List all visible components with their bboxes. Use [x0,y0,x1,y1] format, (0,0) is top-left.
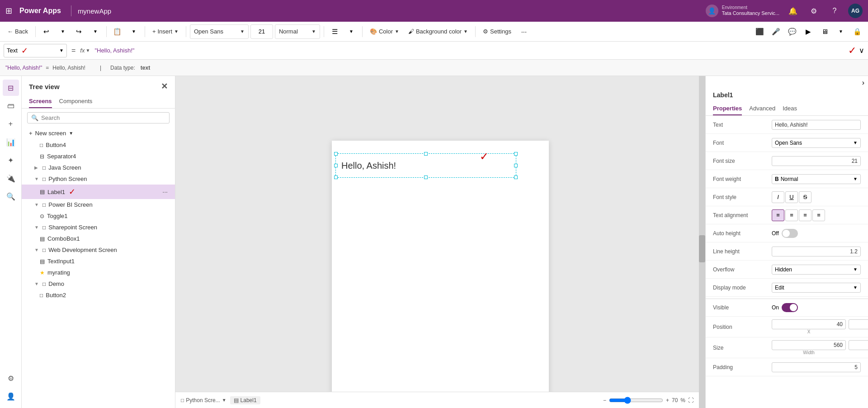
back-button[interactable]: ← Back [4,26,32,37]
size-width-input[interactable] [772,340,846,350]
canvas-area[interactable]: Hello, Ashish! ✓ □ Python Scre... [175,76,705,408]
prop-display-mode-dropdown[interactable]: Edit ▼ [772,283,861,293]
comment-icon[interactable]: 💬 [785,24,799,39]
tree-item-powerbi-screen[interactable]: ▼ □ Power BI Screen [22,199,175,210]
tab-properties[interactable]: Properties [713,102,742,115]
avatar[interactable]: AG [848,4,863,18]
zoom-plus-button[interactable]: + [666,397,669,403]
size-height-input[interactable] [849,340,868,350]
prop-font-weight-dropdown[interactable]: B Normal ▼ [772,174,861,184]
expand-canvas-button[interactable]: ⛶ [688,397,693,403]
settings-icon[interactable]: ⚙ [807,4,821,18]
panel-collapse-button[interactable]: › [706,76,868,90]
prop-overflow-value[interactable]: Hidden ▼ [772,265,861,275]
mic-icon[interactable]: 🎤 [769,24,783,39]
preview-icon[interactable]: ⬛ [752,24,767,39]
tree-item-webdev-screen[interactable]: ▼ □ Web Development Screen [22,244,175,256]
canvas-scrollbar-thumb[interactable] [699,235,705,262]
help-icon[interactable]: ? [827,4,842,18]
prop-line-height-input[interactable] [772,247,861,256]
tree-item-separator4[interactable]: ⊟ Separator4 [22,151,175,162]
bottom-label-indicator[interactable]: ▤ Label1 [230,396,260,404]
background-color-button[interactable]: 🖌 Background color ▼ [405,26,472,37]
paste-button[interactable]: 📋 [110,24,125,39]
tree-item-button4[interactable]: □ Button4 [22,139,175,151]
font-size-input[interactable]: 21 [250,24,273,39]
undo-button[interactable]: ↩ [39,24,54,39]
position-y-input[interactable] [849,319,868,329]
align-left-button[interactable]: ≡ [772,209,784,221]
prop-text-input[interactable] [772,120,861,130]
tree-item-combobox1[interactable]: ▤ ComboBox1 [22,233,175,244]
tab-screens[interactable]: Screens [29,95,52,108]
visible-toggle[interactable] [782,303,798,312]
font-underline-button[interactable]: U [785,191,798,203]
zoom-slider[interactable] [609,397,663,404]
bottom-screen-indicator[interactable]: □ Python Scre... ▼ [181,397,226,403]
sidebar-icon-user[interactable]: 👤 [3,388,19,404]
canvas-surface[interactable]: Hello, Ashish! ✓ [332,141,549,394]
formula-input[interactable]: "Hello, Ashish!" [93,47,845,54]
tree-item-java-screen[interactable]: ▶ □ Java Screen [22,162,175,173]
font-italic-button[interactable]: I [772,191,784,203]
align-right-button[interactable]: ≡ [799,209,811,221]
handle-bot-left[interactable] [334,176,338,179]
align-justify-button[interactable]: ≡ [812,209,825,221]
prop-line-height-value[interactable] [772,247,861,256]
sidebar-icon-settings[interactable]: ⚙ [3,370,19,386]
handle-mid-right[interactable] [514,164,518,167]
notifications-icon[interactable]: 🔔 [786,4,800,18]
fx-button[interactable]: fx ▼ [80,47,90,54]
undo-dropdown[interactable]: ▼ [56,24,70,39]
sidebar-icon-home[interactable]: ⊟ [3,80,19,96]
formula-collapse[interactable]: ∨ [859,46,864,55]
tab-ideas[interactable]: Ideas [783,102,797,115]
sidebar-icon-ai[interactable]: ✦ [3,152,19,168]
redo-dropdown[interactable]: ▼ [88,24,103,39]
search-input[interactable] [41,114,165,121]
more-options-button[interactable]: ··· [517,24,531,39]
tree-item-python-screen[interactable]: ▼ □ Python Screen [22,173,175,185]
monitor-dropdown[interactable]: ▼ [834,24,848,39]
handle-top-mid[interactable] [424,152,428,156]
sidebar-icon-plugin[interactable]: 🔌 [3,170,19,186]
label1-widget[interactable]: Hello, Ashish! ✓ [335,153,516,178]
element-selector[interactable]: Text ✓ ▼ [4,44,67,57]
tree-item-toggle1[interactable]: ⊙ Toggle1 [22,210,175,222]
new-screen-button[interactable]: + New screen ▼ [22,127,175,139]
prop-font-weight-value[interactable]: B Normal ▼ [772,174,861,184]
prop-overflow-dropdown[interactable]: Hidden ▼ [772,265,861,275]
tree-item-myrating[interactable]: ★ myrating [22,267,175,278]
prop-font-value[interactable]: Open Sans ▼ [772,138,861,148]
sidebar-icon-insert[interactable]: + [3,116,19,132]
auto-height-toggle[interactable] [782,229,798,238]
font-weight-dropdown[interactable]: Normal ▼ [275,24,320,39]
collapse-icon[interactable]: › [862,79,864,87]
settings-button[interactable]: ⚙ Settings [479,26,515,37]
prop-font-size-input[interactable] [772,156,861,166]
font-strikethrough-button[interactable]: S [799,191,811,203]
zoom-minus-button[interactable]: − [603,397,606,403]
color-button[interactable]: 🎨 Color ▼ [366,26,403,37]
position-x-input[interactable] [772,319,846,329]
monitor-icon[interactable]: 🖥 [817,24,832,39]
handle-top-right[interactable] [514,152,518,156]
prop-font-size-value[interactable] [772,156,861,166]
prop-padding-value[interactable] [772,362,861,372]
prop-font-dropdown[interactable]: Open Sans ▼ [772,138,861,148]
redo-button[interactable]: ↪ [72,24,86,39]
tree-search-box[interactable]: 🔍 [27,112,170,123]
handle-top-left[interactable] [334,152,338,156]
tree-item-button2[interactable]: □ Button2 [22,289,175,301]
prop-text-value[interactable] [772,120,861,130]
tree-item-label1[interactable]: ▤ Label1 ✓ ··· [22,185,175,199]
prop-padding-input[interactable] [772,362,861,372]
insert-button[interactable]: + Insert ▼ [149,26,182,37]
paste-dropdown[interactable]: ▼ [127,24,141,39]
handle-bot-right[interactable] [514,176,518,179]
tree-item-textinput1[interactable]: ▤ TextInput1 [22,256,175,267]
align-center-button[interactable]: ≡ [785,209,798,221]
sidebar-icon-search[interactable]: 🔍 [3,188,19,204]
prop-display-mode-value[interactable]: Edit ▼ [772,283,861,293]
tree-item-demo-screen[interactable]: ▼ □ Demo [22,278,175,289]
